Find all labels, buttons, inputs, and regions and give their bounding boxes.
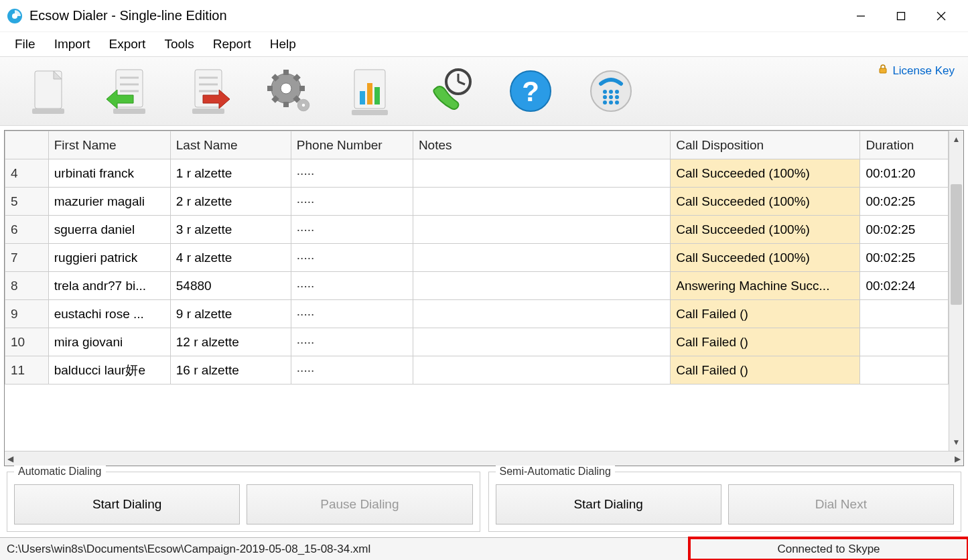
- column-header-phone[interactable]: Phone Number: [291, 131, 413, 159]
- vertical-scrollbar[interactable]: ▲ ▼: [949, 131, 963, 451]
- cell-notes[interactable]: [413, 188, 670, 216]
- column-header-disposition[interactable]: Call Disposition: [671, 131, 860, 159]
- cell-notes[interactable]: [413, 356, 670, 384]
- cell-notes[interactable]: [413, 328, 670, 356]
- menu-import[interactable]: Import: [45, 34, 100, 54]
- cell-firstname[interactable]: ruggieri patrick: [48, 244, 170, 272]
- cell-phone[interactable]: ·····: [291, 300, 413, 328]
- menu-help[interactable]: Help: [261, 34, 305, 54]
- cell-disposition[interactable]: Call Failed (): [671, 300, 860, 328]
- cell-lastname[interactable]: 12 r alzette: [170, 328, 291, 356]
- cell-phone[interactable]: ·····: [291, 216, 413, 244]
- maximize-button[interactable]: [881, 3, 921, 29]
- cell-disposition[interactable]: Answering Machine Succ...: [671, 272, 860, 300]
- semi-start-dialing-button[interactable]: Start Dialing: [496, 484, 721, 524]
- cell-disposition[interactable]: Call Failed (): [671, 328, 860, 356]
- cell-lastname[interactable]: 4 r alzette: [170, 244, 291, 272]
- dial-next-button[interactable]: Dial Next: [728, 484, 954, 524]
- menu-report[interactable]: Report: [204, 34, 261, 54]
- table-row[interactable]: 10mira giovani12 r alzette·····Call Fail…: [5, 328, 949, 356]
- cell-phone[interactable]: ·····: [291, 244, 413, 272]
- cell-lastname[interactable]: 2 r alzette: [170, 188, 291, 216]
- cell-duration[interactable]: 00:02:25: [860, 188, 949, 216]
- dialpad-button[interactable]: [584, 64, 638, 118]
- cell-firstname[interactable]: balducci laur妍e: [48, 356, 170, 384]
- cell-lastname[interactable]: 54880: [170, 272, 291, 300]
- cell-duration[interactable]: 00:01:20: [860, 159, 949, 188]
- table-row[interactable]: 6sguerra daniel3 r alzette·····Call Succ…: [5, 216, 949, 244]
- cell-notes[interactable]: [413, 272, 670, 300]
- column-header-firstname[interactable]: First Name: [48, 131, 170, 159]
- data-table[interactable]: First Name Last Name Phone Number Notes …: [5, 131, 949, 384]
- cell-duration[interactable]: [860, 356, 949, 384]
- cell-firstname[interactable]: mira giovani: [48, 328, 170, 356]
- cell-notes[interactable]: [413, 216, 670, 244]
- column-header-notes[interactable]: Notes: [413, 131, 670, 159]
- table-row[interactable]: 7ruggieri patrick4 r alzette·····Call Su…: [5, 244, 949, 272]
- table-row[interactable]: 11balducci laur妍e16 r alzette·····Call F…: [5, 356, 949, 384]
- svg-point-22: [281, 83, 291, 94]
- call-history-button[interactable]: [423, 64, 477, 118]
- scroll-right-icon[interactable]: ▶: [955, 454, 961, 464]
- settings-button[interactable]: [263, 64, 316, 118]
- cell-duration[interactable]: 00:02:25: [860, 244, 949, 272]
- license-key-link[interactable]: License Key: [878, 64, 955, 78]
- export-button[interactable]: [182, 64, 236, 118]
- reports-button[interactable]: [343, 64, 397, 118]
- menu-tools[interactable]: Tools: [155, 34, 203, 54]
- cell-disposition[interactable]: Call Succeeded (100%): [671, 188, 860, 216]
- start-dialing-button[interactable]: Start Dialing: [14, 484, 240, 524]
- table-row[interactable]: 8trela andr?7 bi...54880·····Answering M…: [5, 272, 949, 300]
- cell-notes[interactable]: [413, 244, 670, 272]
- cell-duration[interactable]: 00:02:24: [860, 272, 949, 300]
- cell-notes[interactable]: [413, 300, 670, 328]
- scroll-up-icon[interactable]: ▲: [949, 131, 963, 148]
- svg-point-52: [615, 100, 619, 104]
- cell-notes[interactable]: [413, 159, 670, 188]
- menu-export[interactable]: Export: [99, 34, 155, 54]
- cell-lastname[interactable]: 16 r alzette: [170, 356, 291, 384]
- cell-disposition[interactable]: Call Succeeded (100%): [671, 159, 860, 188]
- cell-firstname[interactable]: sguerra daniel: [48, 216, 170, 244]
- import-button[interactable]: [102, 64, 155, 118]
- minimize-button[interactable]: [841, 3, 881, 29]
- column-header-rownum[interactable]: [5, 131, 49, 159]
- close-button[interactable]: [921, 3, 961, 29]
- cell-firstname[interactable]: mazurier magali: [48, 188, 170, 216]
- scroll-left-icon[interactable]: ◀: [7, 454, 13, 464]
- cell-disposition[interactable]: Call Failed (): [671, 356, 860, 384]
- column-header-duration[interactable]: Duration: [860, 131, 949, 159]
- cell-duration[interactable]: [860, 328, 949, 356]
- table-row[interactable]: 4urbinati franck1 r alzette·····Call Suc…: [5, 159, 949, 188]
- table-row[interactable]: 5mazurier magali2 r alzette·····Call Suc…: [5, 188, 949, 216]
- cell-firstname[interactable]: trela andr?7 bi...: [48, 272, 170, 300]
- cell-phone[interactable]: ·····: [291, 159, 413, 188]
- cell-duration[interactable]: 00:02:25: [860, 216, 949, 244]
- license-key-label: License Key: [892, 64, 955, 78]
- cell-phone[interactable]: ·····: [291, 272, 413, 300]
- cell-lastname[interactable]: 3 r alzette: [170, 216, 291, 244]
- cell-lastname[interactable]: 1 r alzette: [170, 159, 291, 188]
- menu-file[interactable]: File: [5, 34, 45, 54]
- svg-point-50: [603, 100, 607, 104]
- horizontal-scrollbar[interactable]: ◀ ▶: [5, 451, 963, 466]
- cell-firstname[interactable]: urbinati franck: [48, 159, 170, 188]
- column-header-lastname[interactable]: Last Name: [170, 131, 291, 159]
- new-document-button[interactable]: [21, 64, 75, 118]
- cell-disposition[interactable]: Call Succeeded (100%): [671, 216, 860, 244]
- cell-phone[interactable]: ·····: [291, 188, 413, 216]
- help-button[interactable]: ?: [504, 64, 557, 118]
- table-row[interactable]: 9eustachi rose ...9 r alzette·····Call F…: [5, 300, 949, 328]
- scroll-thumb[interactable]: [951, 184, 962, 305]
- svg-point-51: [609, 100, 613, 104]
- svg-line-40: [458, 82, 465, 84]
- cell-phone[interactable]: ·····: [291, 328, 413, 356]
- cell-duration[interactable]: [860, 300, 949, 328]
- cell-disposition[interactable]: Call Succeeded (100%): [671, 244, 860, 272]
- pause-dialing-button[interactable]: Pause Dialing: [247, 484, 472, 524]
- scroll-down-icon[interactable]: ▼: [949, 433, 963, 451]
- grid: First Name Last Name Phone Number Notes …: [5, 131, 963, 451]
- cell-firstname[interactable]: eustachi rose ...: [48, 300, 170, 328]
- cell-lastname[interactable]: 9 r alzette: [170, 300, 291, 328]
- cell-phone[interactable]: ·····: [291, 356, 413, 384]
